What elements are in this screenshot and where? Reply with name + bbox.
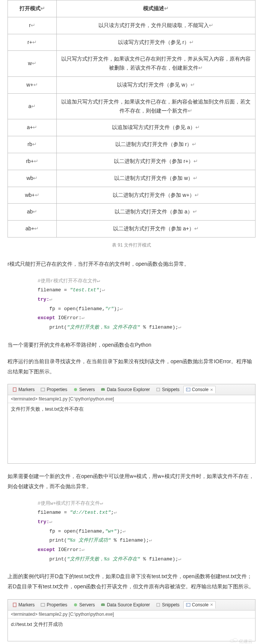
- svg-rect-6: [186, 388, 190, 391]
- svg-rect-0: [13, 388, 16, 391]
- code-sample-1: #使用r模式打开不存在文件↵ filename = "test.txt";↵ t…: [38, 277, 255, 332]
- paragraph: 上面的案例代码打开D盘下的test.txt文件，如果D盘目录下没有test.tx…: [8, 571, 255, 591]
- ide-console-2: Markers Properties Servers Data Source E…: [8, 599, 255, 641]
- svg-point-17: [233, 638, 237, 642]
- cloud-icon: [230, 638, 238, 643]
- tab-properties[interactable]: Properties: [38, 386, 70, 393]
- server-icon: [73, 603, 78, 607]
- svg-point-2: [74, 388, 77, 391]
- close-icon[interactable]: ✕: [210, 388, 213, 392]
- table-row: r+↵以读写方式打开文件（参见 r）↵: [8, 34, 255, 51]
- tab-servers[interactable]: Servers: [71, 601, 97, 608]
- header-mode: 打开模式↵: [8, 0, 57, 17]
- table-row: r↵以只读方式打开文件，文件只能读取，不能写入↵: [8, 17, 255, 34]
- table-row: wb↵以二进制方式打开文件（参加 w）↵: [8, 170, 255, 187]
- svg-rect-8: [13, 603, 16, 607]
- table-row: rb↵以二进制方式打开文件（参加 r）↵: [8, 136, 255, 153]
- tab-console[interactable]: Console ✕: [183, 601, 216, 609]
- tab-properties[interactable]: Properties: [38, 601, 70, 608]
- header-desc: 模式描述↵: [57, 0, 255, 17]
- ide-console-1: Markers Properties Servers Data Source E…: [8, 384, 255, 464]
- console-status: <terminated> filesample1.py [C:\python\p…: [8, 395, 255, 403]
- paragraph: 如果需要创建一个新的文件，在open函数中可以使用w+模式，用w+模式打开文件时…: [8, 471, 255, 491]
- table-body: r↵以只读方式打开文件，文件只能读取，不能写入↵ r+↵以读写方式打开文件（参见…: [8, 17, 255, 237]
- watermark-logo: 亿速云: [230, 638, 252, 644]
- tab-data-source-explorer[interactable]: Data Source Explorer: [98, 386, 152, 393]
- console-output: 文件打开失败，test.txt文件不存在: [8, 403, 255, 463]
- svg-rect-4: [101, 389, 105, 391]
- document-body: 打开模式↵ 模式描述↵ r↵以只读方式打开文件，文件只能读取，不能写入↵ r+↵…: [0, 0, 263, 644]
- tab-markers[interactable]: Markers: [10, 601, 37, 608]
- database-icon: [101, 603, 105, 607]
- svg-line-15: [187, 604, 188, 605]
- tab-data-source-explorer[interactable]: Data Source Explorer: [98, 601, 152, 608]
- database-icon: [101, 387, 105, 392]
- bookmark-icon: [12, 387, 17, 392]
- table-row: ab↵以二进制方式打开文件（参加 a）↵: [8, 204, 255, 221]
- ide-tab-bar: Markers Properties Servers Data Source E…: [8, 384, 255, 395]
- close-icon[interactable]: ✕: [210, 603, 213, 607]
- svg-rect-1: [41, 388, 45, 391]
- bookmark-icon: [12, 603, 17, 607]
- table-row: w+↵以读写方式打开文件（参见 w）↵: [8, 76, 255, 93]
- tab-snippets[interactable]: Snippets: [154, 386, 182, 393]
- table-row: ab+↵以二进制方式打开文件（参加 a+）↵: [8, 221, 255, 238]
- tab-markers[interactable]: Markers: [10, 386, 37, 393]
- server-icon: [73, 387, 78, 392]
- paragraph: 当一个需要打开的文件名称不带路径时，open函数会在Python: [8, 340, 255, 350]
- svg-rect-12: [101, 604, 105, 606]
- properties-icon: [41, 603, 45, 607]
- code-sample-2: #使用w+模式打开不存在文件↵ filename = "d://test.txt…: [38, 499, 255, 564]
- ide-tab-bar: Markers Properties Servers Data Source E…: [8, 600, 255, 611]
- table-caption: 表 91 文件打开模式: [8, 242, 255, 248]
- svg-rect-14: [186, 603, 190, 606]
- paragraph: r模式只能打开已存在的文件，当打开不存在的文件时，open函数会抛出异常。: [8, 259, 255, 269]
- properties-icon: [41, 387, 45, 392]
- tab-snippets[interactable]: Snippets: [154, 601, 182, 608]
- paragraph: 程序运行的当前目录寻找该文件，在当前目录下如果没有找到该文件，open函数抛出异…: [8, 356, 255, 376]
- tab-console[interactable]: Console ✕: [183, 386, 216, 393]
- file-mode-table: 打开模式↵ 模式描述↵ r↵以只读方式打开文件，文件只能读取，不能写入↵ r+↵…: [8, 0, 255, 238]
- svg-point-10: [74, 603, 77, 606]
- console-icon: [186, 603, 190, 607]
- table-row: w↵以只写方式打开文件，如果该文件已存在则打开文件，并从头写入内容，原有内容被删…: [8, 51, 255, 77]
- console-status: <terminated> filesample2.py [C:\python\p…: [8, 611, 255, 618]
- table-header-row: 打开模式↵ 模式描述↵: [8, 0, 255, 17]
- svg-rect-13: [157, 603, 160, 606]
- table-row: a+↵以追加读写方式打开文件（参见 a）↵: [8, 119, 255, 136]
- table-row: a↵以追加只写方式打开文件，如果该文件已存在，新内容会被追加到文件后面，若文件不…: [8, 93, 255, 119]
- svg-rect-9: [41, 603, 45, 606]
- svg-rect-5: [157, 388, 160, 391]
- svg-point-16: [230, 639, 234, 642]
- table-row: wb+↵以二进制方式打开文件（参加 w+）↵: [8, 187, 255, 204]
- svg-line-7: [187, 389, 188, 390]
- console-output: d://test.txt 文件打开成功: [8, 618, 255, 641]
- snippet-icon: [156, 603, 160, 607]
- table-row: rb+↵以二进制方式打开文件（参加 r+）↵: [8, 153, 255, 170]
- console-icon: [186, 387, 190, 392]
- snippet-icon: [156, 387, 160, 392]
- tab-servers[interactable]: Servers: [71, 386, 97, 393]
